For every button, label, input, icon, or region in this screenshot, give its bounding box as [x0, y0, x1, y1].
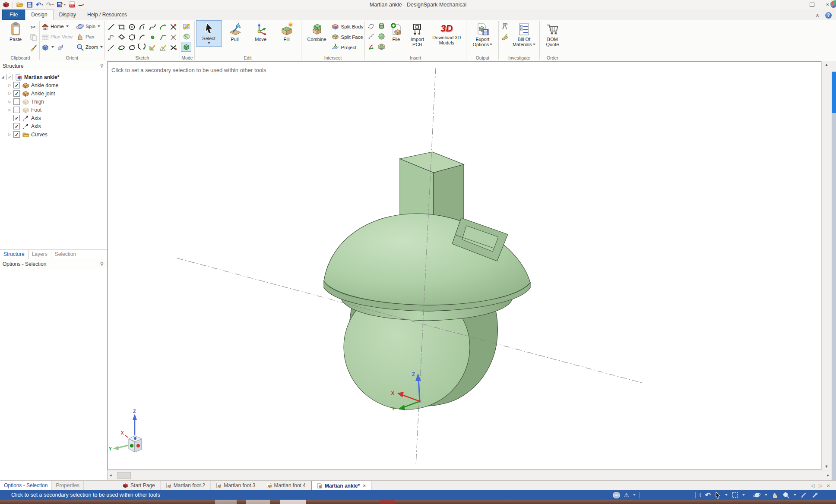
expander-icon[interactable]: ▷ [7, 91, 13, 95]
vertical-scrollbar[interactable]: ▲ ▼ [821, 61, 831, 470]
sketch-rounded-rectangle-tool[interactable] [127, 43, 136, 52]
insert-line-button[interactable] [366, 32, 376, 41]
doc-tab-martian-ankle[interactable]: Martian ankle* × [311, 481, 371, 490]
tab-properties[interactable]: Properties [52, 481, 84, 490]
tab-options-selection[interactable]: Options - Selection [0, 481, 52, 490]
home-view-button[interactable]: Home [41, 21, 73, 32]
tree-item-axis-1[interactable]: ✓ Axis [0, 114, 107, 122]
dropdown-caret[interactable] [100, 46, 103, 49]
checkbox[interactable]: ✓ [13, 131, 20, 138]
scroll-right-icon[interactable]: ▸ [827, 473, 829, 477]
scroll-up-icon[interactable]: ▲ [825, 63, 829, 67]
doc-tab-martian-foot-4[interactable]: Martian foot.4 [261, 481, 311, 490]
zoom-icon[interactable] [782, 491, 790, 499]
insert-sphere-button[interactable] [377, 32, 386, 41]
download-3d-models-button[interactable]: 3D Download 3DModels [428, 20, 465, 47]
zoom-button[interactable]: Zoom [76, 42, 103, 52]
export-stl-button[interactable]: STL [69, 1, 76, 9]
sketch-offset-line-tool[interactable] [158, 33, 168, 42]
select-tool-button[interactable]: Select [196, 20, 222, 47]
tree-item-ankle-joint[interactable]: ▷ ✓ Ankle joint [0, 89, 107, 98]
tree-item-ankle-dome[interactable]: ▷ ✓ Ankle dome [0, 81, 107, 89]
angle-gauge-button[interactable] [500, 32, 510, 41]
dropdown-caret[interactable] [51, 46, 54, 49]
sketch-split-curve-tool[interactable] [168, 33, 178, 42]
copy-button[interactable] [28, 33, 38, 42]
tree-item-thigh[interactable]: ▷ Thigh [0, 98, 107, 106]
sketch-sweep-arc-tool[interactable] [137, 33, 147, 42]
horizontal-scrollbar[interactable]: ◂ ▸ [108, 470, 831, 480]
expander-icon[interactable]: ▷ [7, 100, 13, 104]
sketch-fill-region-tool[interactable] [148, 43, 157, 52]
project-button[interactable]: Project [331, 42, 364, 52]
dropdown-caret[interactable] [533, 44, 535, 47]
expander-icon[interactable]: ▷ [7, 83, 13, 87]
sketch-trim-tool[interactable] [168, 22, 178, 32]
sketch-mode-button[interactable] [181, 22, 191, 31]
checkbox[interactable]: ✓ [13, 115, 20, 121]
select-cursor-icon[interactable] [715, 491, 721, 499]
spin-icon[interactable] [753, 491, 761, 499]
dropdown-caret[interactable] [633, 494, 636, 497]
expander-icon[interactable]: ◢ [0, 75, 6, 79]
box-select-icon[interactable] [732, 491, 738, 498]
sketch-circle-tool[interactable] [127, 22, 136, 32]
insert-axes-button[interactable] [366, 42, 376, 51]
scroll-down-icon[interactable]: ▼ [825, 464, 829, 469]
split-face-button[interactable]: Split Face [331, 32, 364, 42]
return-to-selection-icon[interactable]: ↶ [705, 492, 711, 498]
split-body-button[interactable]: Split Body [331, 22, 364, 32]
measure-button[interactable] [500, 22, 510, 31]
sketch-pencil-icon[interactable] [800, 491, 808, 499]
scrollbar-thumb[interactable] [117, 472, 131, 479]
sketch-spline-edit-tool[interactable] [106, 33, 116, 42]
pan-hand-icon[interactable] [771, 491, 779, 499]
sketch-three-point-circle-tool[interactable] [127, 33, 136, 42]
sketch-construction-line-tool[interactable] [106, 43, 116, 52]
tab-selection[interactable]: Selection [51, 250, 79, 259]
insert-plane-button[interactable] [366, 22, 376, 31]
customize-toolbar-button[interactable]: ▬▾ [79, 1, 84, 9]
checkbox[interactable] [13, 107, 20, 113]
export-options-button[interactable]: Export Options [468, 20, 497, 48]
model-dome[interactable] [324, 214, 530, 305]
warning-icon[interactable]: ⚠ [624, 492, 630, 498]
view-orientation-button[interactable] [41, 42, 73, 52]
format-painter-button[interactable] [28, 43, 38, 52]
collapse-ribbon-icon[interactable]: ∧ [816, 13, 819, 18]
sketch-rectangle-tool[interactable] [117, 22, 126, 32]
sketch-ellipse-tool[interactable] [117, 43, 126, 52]
expander-icon[interactable]: ▷ [7, 132, 13, 136]
dropdown-caret[interactable] [66, 25, 69, 28]
insert-cylinder-button[interactable] [377, 22, 386, 31]
save-button[interactable] [26, 1, 33, 9]
undo-button[interactable]: ↶▾ [36, 1, 43, 9]
dropdown-caret[interactable] [725, 494, 728, 497]
dropdown-caret[interactable] [794, 494, 796, 497]
tree-item-curves[interactable]: ▷ ✓ Curves [0, 130, 107, 139]
expander-icon[interactable]: ▷ [7, 108, 13, 112]
doc-tab-martian-foot-3[interactable]: Martian foot.3 [211, 481, 261, 490]
checkbox[interactable]: ✓ [13, 90, 20, 97]
tab-file[interactable]: File [2, 9, 25, 20]
checkbox[interactable]: ✓ [13, 82, 20, 88]
tree-item-root[interactable]: ◢ ✓ Martian ankle* [0, 73, 107, 81]
bom-quote-button[interactable]: BOMQuote [541, 20, 564, 48]
dropdown-caret[interactable] [98, 25, 100, 28]
sketch-point-tool[interactable] [148, 33, 157, 42]
checkbox[interactable]: ✓ [13, 123, 20, 129]
minimize-button[interactable]: – [795, 2, 798, 7]
sketch-arc-tool[interactable] [137, 43, 147, 52]
insert-shell-button[interactable] [377, 42, 386, 51]
sketch-trim-away-tool[interactable] [168, 43, 178, 52]
tree-item-foot[interactable]: ▷ Foot [0, 106, 107, 114]
sketch-create-corner-tool[interactable] [158, 22, 168, 32]
stop-icon[interactable] [613, 491, 620, 499]
save-as-button[interactable]: ▾ [57, 1, 66, 9]
scroll-left-icon[interactable]: ◂ [110, 473, 112, 477]
restore-button[interactable] [810, 3, 814, 7]
scroll-wheel-icon[interactable]: ▴▾ [700, 492, 701, 498]
viewport[interactable]: Click to set a secondary selection to be… [108, 61, 821, 470]
doc-tab-martian-foot-2[interactable]: Martian foot.2 [161, 481, 211, 490]
tab-design[interactable]: Design [25, 9, 53, 20]
